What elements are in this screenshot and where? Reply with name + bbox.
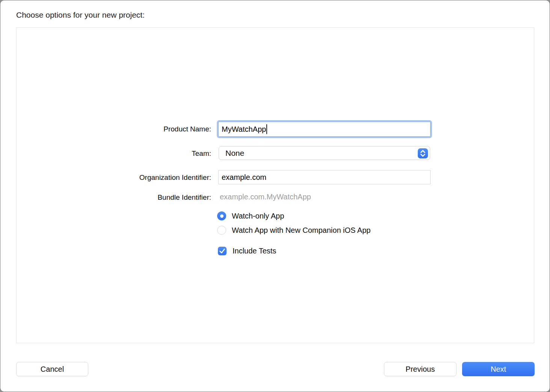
- cancel-button[interactable]: Cancel: [16, 362, 88, 376]
- options-panel: Product Name: MyWatchApp Team: None Orga…: [16, 27, 534, 343]
- previous-button[interactable]: Previous: [384, 362, 456, 376]
- chevron-up-down-icon: [418, 148, 428, 158]
- radio-watch-app-companion-label: Watch App with New Companion iOS App: [232, 226, 370, 235]
- radio-selected-icon: [217, 211, 226, 220]
- page-title: Choose options for your new project:: [16, 10, 145, 20]
- radio-unselected-icon: [217, 226, 226, 235]
- bundle-identifier-value: example.com.MyWatchApp: [220, 193, 311, 201]
- team-selected-value: None: [225, 149, 244, 158]
- organization-identifier-label: Organization Identifier:: [17, 173, 211, 182]
- team-select[interactable]: None: [219, 146, 430, 160]
- product-name-label: Product Name:: [17, 125, 211, 133]
- include-tests-label: Include Tests: [233, 247, 276, 255]
- include-tests-checkbox[interactable]: Include Tests: [218, 247, 276, 255]
- checkmark-icon: [218, 247, 227, 255]
- organization-identifier-input[interactable]: [218, 170, 431, 184]
- bundle-identifier-label: Bundle Identifier:: [17, 193, 211, 202]
- team-label: Team:: [17, 149, 211, 158]
- radio-watch-only-app[interactable]: Watch-only App: [217, 211, 284, 220]
- product-name-value: MyWatchApp: [222, 125, 266, 134]
- new-project-options-dialog: Choose options for your new project: Pro…: [0, 0, 550, 392]
- product-name-input[interactable]: MyWatchApp: [218, 122, 431, 137]
- text-caret: [266, 124, 267, 134]
- product-name-focus-ring: MyWatchApp: [217, 120, 432, 138]
- next-button[interactable]: Next: [462, 362, 535, 376]
- radio-watch-only-app-label: Watch-only App: [232, 212, 284, 220]
- radio-watch-app-companion[interactable]: Watch App with New Companion iOS App: [217, 226, 370, 235]
